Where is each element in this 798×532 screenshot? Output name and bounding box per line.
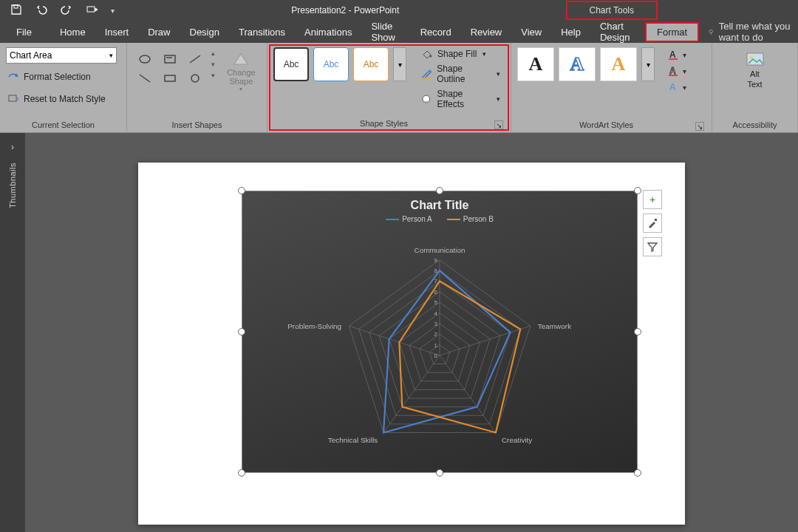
svg-text:1: 1 bbox=[434, 342, 438, 349]
reset-to-match-style-button[interactable]: Reset to Match Style bbox=[6, 90, 107, 108]
selection-handle[interactable] bbox=[634, 187, 641, 194]
wordart-gallery[interactable]: A A A ▾ bbox=[517, 47, 655, 81]
shape-outline-button[interactable]: Shape Outline▾ bbox=[421, 64, 500, 84]
gallery-more-icon[interactable]: ▾ bbox=[211, 72, 217, 79]
thumbnails-panel-collapsed[interactable]: › Thumbnails bbox=[0, 133, 25, 532]
group-label-wordart: WordArt Styles bbox=[517, 120, 695, 131]
ribbon: Chart Area ▾ Format Selection Reset to M… bbox=[0, 43, 798, 133]
shape-circle-icon[interactable] bbox=[186, 71, 204, 86]
change-shape-icon bbox=[231, 50, 251, 68]
tell-me-search[interactable]: Tell me what you want to do bbox=[708, 21, 791, 43]
shape-textbox-icon[interactable] bbox=[161, 52, 179, 66]
radar-svg: 0123456789CommunicationTeamworkCreativit… bbox=[242, 227, 637, 472]
chart-element-dropdown[interactable]: Chart Area ▾ bbox=[6, 47, 117, 64]
text-fill-button[interactable]: A▾ bbox=[666, 49, 686, 61]
wordart-dialog-launcher[interactable]: ↘ bbox=[695, 122, 704, 131]
legend-entry-b: Person B bbox=[463, 215, 494, 223]
change-shape-button: Change Shape ▾ bbox=[222, 47, 261, 95]
gallery-up-icon[interactable]: ▴ bbox=[211, 50, 217, 57]
group-label-insert-shapes: Insert Shapes bbox=[133, 120, 261, 131]
shape-rect-icon[interactable] bbox=[161, 71, 179, 86]
radar-plot-area[interactable]: 0123456789CommunicationTeamworkCreativit… bbox=[242, 227, 637, 472]
svg-rect-1 bbox=[87, 7, 95, 12]
group-label-accessibility: Accessibility bbox=[718, 120, 791, 131]
shape-styles-dialog-launcher[interactable]: ↘ bbox=[494, 120, 503, 129]
tab-design[interactable]: Design bbox=[181, 22, 228, 42]
svg-text:5: 5 bbox=[434, 299, 438, 306]
tab-record[interactable]: Record bbox=[412, 22, 460, 42]
pen-outline-icon bbox=[421, 69, 432, 79]
svg-text:4: 4 bbox=[434, 310, 438, 317]
alt-text-icon bbox=[745, 50, 765, 68]
undo-icon[interactable] bbox=[35, 4, 47, 18]
svg-rect-54 bbox=[655, 219, 657, 221]
svg-text:Teamwork: Teamwork bbox=[538, 322, 571, 330]
tab-home[interactable]: Home bbox=[51, 22, 95, 42]
tab-transitions[interactable]: Transitions bbox=[230, 22, 294, 42]
qat-more-icon[interactable]: ▾ bbox=[111, 7, 115, 15]
shape-effects-button[interactable]: Shape Effects▾ bbox=[421, 89, 500, 109]
selection-handle[interactable] bbox=[436, 187, 443, 194]
funnel-icon bbox=[647, 242, 658, 252]
slide-editor-area: Chart Title Person A Person B 0123456789… bbox=[25, 133, 798, 532]
tab-view[interactable]: View bbox=[512, 22, 550, 42]
svg-rect-10 bbox=[165, 75, 175, 81]
svg-point-15 bbox=[423, 100, 430, 103]
tab-help[interactable]: Help bbox=[552, 22, 590, 42]
shape-style-gallery-more[interactable]: ▾ bbox=[393, 47, 406, 81]
gallery-down-icon[interactable]: ▾ bbox=[211, 61, 217, 68]
ribbon-tabs: File Home Insert Draw Design Transitions… bbox=[0, 21, 798, 43]
text-effects-button[interactable]: A▾ bbox=[666, 81, 686, 93]
redo-icon[interactable] bbox=[61, 4, 72, 18]
chart-elements-button[interactable]: + bbox=[643, 190, 662, 209]
reset-icon bbox=[7, 93, 19, 105]
save-icon[interactable] bbox=[10, 4, 22, 18]
svg-point-11 bbox=[191, 75, 199, 82]
start-from-beginning-icon[interactable] bbox=[86, 4, 98, 18]
wordart-gallery-more[interactable]: ▾ bbox=[641, 47, 655, 81]
svg-text:A: A bbox=[669, 82, 676, 92]
svg-rect-4 bbox=[9, 95, 16, 101]
shape-oval-icon[interactable] bbox=[136, 52, 154, 66]
svg-rect-17 bbox=[669, 58, 678, 60]
wordart-preset-1[interactable]: A bbox=[517, 47, 554, 81]
wordart-preset-3[interactable]: A bbox=[600, 47, 637, 81]
shape-style-preset-2[interactable]: Abc bbox=[313, 47, 349, 81]
svg-text:A: A bbox=[669, 50, 676, 60]
tab-review[interactable]: Review bbox=[462, 22, 511, 42]
svg-line-8 bbox=[190, 55, 200, 63]
chart-filters-button[interactable] bbox=[643, 237, 662, 256]
group-label-current-selection: Current Selection bbox=[6, 120, 120, 131]
svg-text:3: 3 bbox=[434, 321, 438, 327]
shape-style-preset-3[interactable]: Abc bbox=[353, 47, 389, 81]
text-outline-button[interactable]: A▾ bbox=[666, 65, 686, 77]
alt-text-button[interactable]: Alt Text bbox=[737, 47, 773, 92]
slide-canvas[interactable]: Chart Title Person A Person B 0123456789… bbox=[138, 163, 685, 525]
format-selection-button[interactable]: Format Selection bbox=[6, 68, 92, 86]
chart-object[interactable]: Chart Title Person A Person B 0123456789… bbox=[242, 191, 638, 473]
selection-handle[interactable] bbox=[238, 187, 245, 194]
svg-text:A: A bbox=[669, 66, 676, 76]
shape-fill-button[interactable]: Shape Fill▾ bbox=[421, 49, 500, 59]
chart-title[interactable]: Chart Title bbox=[242, 191, 637, 212]
shape-style-gallery[interactable]: Abc Abc Abc ▾ bbox=[273, 47, 406, 81]
group-accessibility: Alt Text Accessibility bbox=[712, 43, 798, 132]
svg-rect-19 bbox=[669, 75, 678, 76]
chart-legend[interactable]: Person A Person B bbox=[242, 215, 637, 223]
tab-file[interactable]: File bbox=[7, 22, 41, 42]
wordart-preset-2[interactable]: A bbox=[559, 47, 596, 81]
svg-point-3 bbox=[15, 74, 18, 77]
chevron-down-icon: ▾ bbox=[109, 52, 113, 59]
svg-line-35 bbox=[383, 355, 440, 433]
tab-draw[interactable]: Draw bbox=[139, 22, 179, 42]
shape-style-preset-1[interactable]: Abc bbox=[273, 47, 309, 81]
chart-element-dropdown-value: Chart Area bbox=[10, 50, 52, 61]
tab-insert[interactable]: Insert bbox=[96, 22, 138, 42]
tab-format[interactable]: Format bbox=[645, 22, 699, 42]
chart-styles-button[interactable] bbox=[643, 214, 662, 233]
svg-text:Technical Skills: Technical Skills bbox=[328, 436, 378, 444]
tab-animations[interactable]: Animations bbox=[296, 22, 361, 42]
shape-line2-icon[interactable] bbox=[136, 71, 154, 86]
shape-line-icon[interactable] bbox=[186, 52, 204, 66]
shapes-gallery[interactable] bbox=[133, 47, 207, 90]
